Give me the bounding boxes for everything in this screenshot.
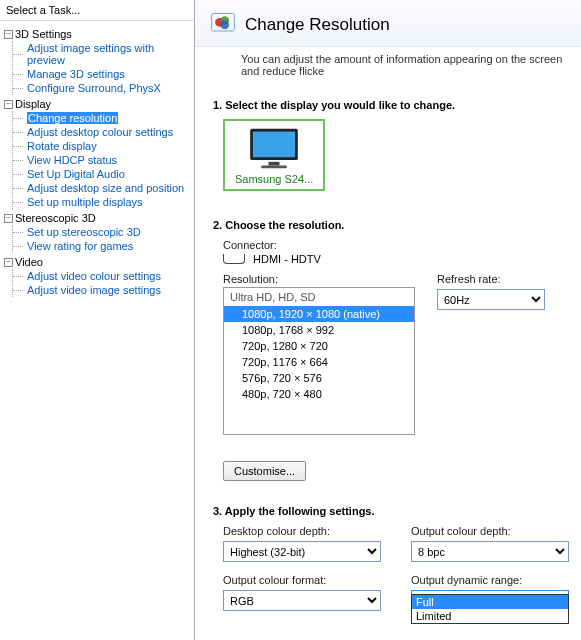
connector-label: Connector:	[223, 239, 569, 251]
tree-item[interactable]: Set up multiple displays	[13, 195, 192, 209]
connector-value: HDMI - HDTV	[253, 253, 321, 265]
monitor-icon	[246, 127, 302, 171]
display-card[interactable]: Samsung S24...	[223, 119, 325, 191]
tree-item[interactable]: Rotate display	[13, 139, 192, 153]
tree-category-label: Video	[15, 256, 43, 268]
refresh-rate-select[interactable]: 60Hz	[437, 289, 545, 310]
resolution-option[interactable]: 1080p, 1920 × 1080 (native)	[224, 306, 414, 322]
tree-item[interactable]: Adjust image settings with preview	[13, 41, 192, 67]
tree-item-label: Adjust image settings with preview	[27, 42, 154, 66]
resolution-option[interactable]: 720p, 1280 × 720	[224, 338, 414, 354]
tree-item[interactable]: Set up stereoscopic 3D	[13, 225, 192, 239]
tree-item-label: Adjust desktop size and position	[27, 182, 184, 194]
dynamic-range-option[interactable]: Limited	[412, 609, 568, 623]
page-header: Change Resolution	[195, 0, 581, 47]
tree-item[interactable]: Adjust video colour settings	[13, 269, 192, 283]
dynamic-range-option[interactable]: Full	[412, 595, 568, 609]
task-sidebar: Select a Task... −3D SettingsAdjust imag…	[0, 0, 195, 640]
tree-item-label: Adjust desktop colour settings	[27, 126, 173, 138]
tree-item[interactable]: View rating for games	[13, 239, 192, 253]
task-tree: −3D SettingsAdjust image settings with p…	[0, 21, 194, 301]
tree-item-label: Configure Surround, PhysX	[27, 82, 161, 94]
tree-item-label: Adjust video image settings	[27, 284, 161, 296]
resolution-option[interactable]: 480p, 720 × 480	[224, 386, 414, 402]
tree-item[interactable]: Change resolution	[13, 111, 192, 125]
section-resolution: 2. Choose the resolution. Connector: HDM…	[213, 219, 569, 481]
resolution-option[interactable]: 576p, 720 × 576	[224, 370, 414, 386]
tree-item-label: Set up multiple displays	[27, 196, 143, 208]
section3-heading: 3. Apply the following settings.	[213, 505, 569, 517]
desktop-depth-select[interactable]: Highest (32-bit)	[223, 541, 381, 562]
tree-item-label: Change resolution	[27, 112, 118, 124]
collapse-icon[interactable]: −	[4, 100, 13, 109]
section-apply-settings: 3. Apply the following settings. Desktop…	[213, 505, 569, 611]
tree-item-label: Manage 3D settings	[27, 68, 125, 80]
collapse-icon[interactable]: −	[4, 30, 13, 39]
refresh-rate-label: Refresh rate:	[437, 273, 547, 285]
output-depth-label: Output colour depth:	[411, 525, 569, 537]
svg-point-3	[220, 21, 229, 30]
customise-button[interactable]: Customise...	[223, 461, 306, 481]
tree-category-label: 3D Settings	[15, 28, 72, 40]
section2-heading: 2. Choose the resolution.	[213, 219, 569, 231]
tree-item-label: Set Up Digital Audio	[27, 168, 125, 180]
tree-category[interactable]: −Stereoscopic 3D	[2, 211, 192, 225]
section-select-display: 1. Select the display you would like to …	[213, 99, 569, 191]
svg-rect-6	[269, 162, 280, 166]
output-format-label: Output colour format:	[223, 574, 381, 586]
tree-item-label: Rotate display	[27, 140, 97, 152]
tree-item[interactable]: View HDCP status	[13, 153, 192, 167]
hdmi-icon	[223, 254, 245, 264]
main-panel: Change Resolution You can adjust the amo…	[195, 0, 581, 640]
tree-item-label: Adjust video colour settings	[27, 270, 161, 282]
tree-item[interactable]: Adjust desktop colour settings	[13, 125, 192, 139]
resolution-label: Resolution:	[223, 273, 415, 285]
svg-rect-7	[261, 166, 287, 169]
tree-category[interactable]: −3D Settings	[2, 27, 192, 41]
tree-item-label: Set up stereoscopic 3D	[27, 226, 141, 238]
sidebar-header: Select a Task...	[0, 0, 194, 21]
output-format-select[interactable]: RGB	[223, 590, 381, 611]
tree-category-label: Stereoscopic 3D	[15, 212, 96, 224]
tree-item-label: View HDCP status	[27, 154, 117, 166]
tree-item[interactable]: Configure Surround, PhysX	[13, 81, 192, 95]
tree-item-label: View rating for games	[27, 240, 133, 252]
resolution-option[interactable]: 1080p, 1768 × 992	[224, 322, 414, 338]
desktop-depth-label: Desktop colour depth:	[223, 525, 381, 537]
tree-category[interactable]: −Display	[2, 97, 192, 111]
tree-category[interactable]: −Video	[2, 255, 192, 269]
tree-item[interactable]: Set Up Digital Audio	[13, 167, 192, 181]
resolution-icon	[209, 10, 237, 40]
resolution-group-label: Ultra HD, HD, SD	[224, 288, 414, 306]
dynamic-range-dropdown[interactable]: FullLimited	[411, 594, 569, 624]
resolution-listbox[interactable]: Ultra HD, HD, SD1080p, 1920 × 1080 (nati…	[223, 287, 415, 435]
tree-item[interactable]: Manage 3D settings	[13, 67, 192, 81]
resolution-option[interactable]: 720p, 1176 × 664	[224, 354, 414, 370]
section1-heading: 1. Select the display you would like to …	[213, 99, 569, 111]
collapse-icon[interactable]: −	[4, 214, 13, 223]
display-name: Samsung S24...	[235, 173, 313, 185]
collapse-icon[interactable]: −	[4, 258, 13, 267]
tree-category-label: Display	[15, 98, 51, 110]
tree-item[interactable]: Adjust desktop size and position	[13, 181, 192, 195]
page-title: Change Resolution	[245, 15, 390, 35]
tree-item[interactable]: Adjust video image settings	[13, 283, 192, 297]
svg-rect-5	[253, 132, 295, 158]
output-depth-select[interactable]: 8 bpc	[411, 541, 569, 562]
dynamic-range-label: Output dynamic range:	[411, 574, 569, 586]
page-subtitle: You can adjust the amount of information…	[195, 47, 581, 85]
